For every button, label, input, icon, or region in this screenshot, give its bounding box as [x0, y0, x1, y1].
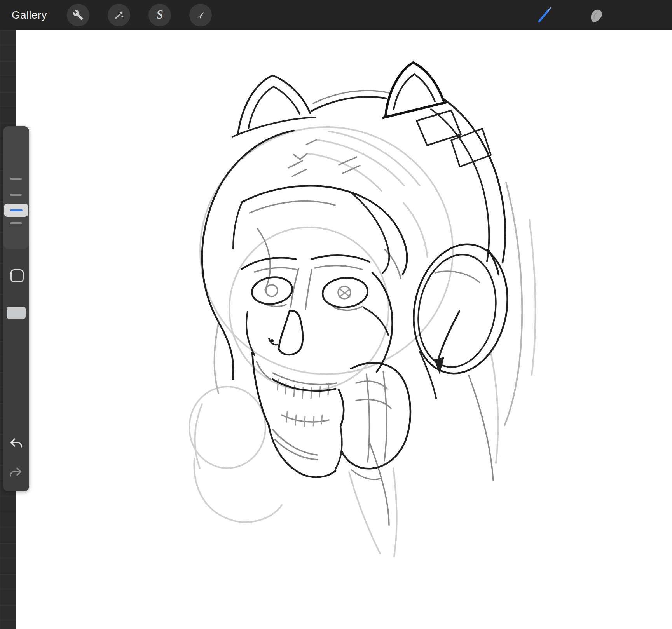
smudge-tool-button[interactable]	[584, 4, 607, 26]
magic-wand-icon	[113, 10, 124, 21]
slider-tick	[10, 178, 22, 180]
tool-sidebar	[3, 126, 29, 491]
actions-button[interactable]	[67, 4, 89, 26]
opacity-swatch[interactable]	[7, 307, 26, 319]
canvas[interactable]	[16, 30, 672, 629]
selection-button[interactable]: S	[148, 4, 171, 26]
redo-button[interactable]	[6, 462, 26, 482]
slider-active-tick	[10, 209, 23, 211]
undo-button[interactable]	[6, 433, 26, 453]
slider-tick	[10, 194, 22, 196]
wrench-icon	[73, 10, 84, 21]
transform-arrow-icon	[195, 10, 206, 21]
app-window: Gallery S	[0, 0, 672, 629]
slider-thumb[interactable]	[4, 204, 28, 217]
smudge-icon	[588, 7, 603, 23]
gallery-button[interactable]: Gallery	[12, 9, 47, 21]
slider-tick	[10, 222, 22, 224]
undo-arrow-icon	[8, 435, 24, 451]
s-curve-icon: S	[156, 8, 163, 22]
brush-size-slider[interactable]	[3, 126, 29, 249]
transform-button[interactable]	[189, 4, 212, 26]
modify-square-icon[interactable]	[10, 269, 24, 282]
brush-tool-button[interactable]	[533, 4, 556, 26]
brush-icon	[536, 6, 553, 24]
top-toolbar: Gallery S	[0, 0, 672, 30]
redo-arrow-icon	[8, 464, 24, 480]
adjustments-button[interactable]	[108, 4, 130, 26]
